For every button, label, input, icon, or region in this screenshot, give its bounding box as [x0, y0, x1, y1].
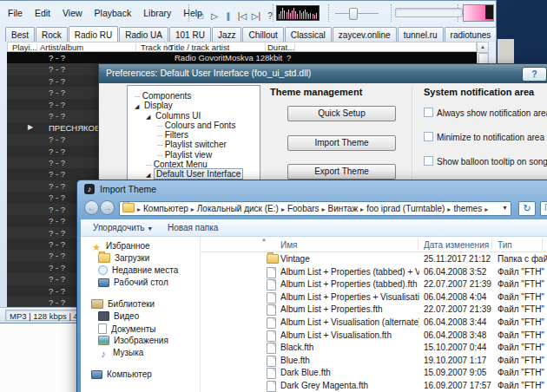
sidebar-item-рабочий-стол[interactable]: Рабочий стол — [98, 278, 168, 287]
file-row[interactable]: Album List + Visualisation (alternate).f… — [201, 317, 547, 330]
row-artist: ? - ? — [49, 274, 65, 284]
file-column-2[interactable]: Тип — [498, 240, 512, 250]
previous-button[interactable]: |◁ — [236, 11, 248, 21]
breadcrumb-segment[interactable]: foo iprad (Turntable) — [366, 204, 445, 213]
play-button[interactable]: ▷ — [208, 11, 221, 21]
file-row[interactable]: Blue.fth19.10.2007 1:17Файл "FTH"1 КБ — [201, 355, 547, 368]
sidebar-item-музыка[interactable]: ♪Музыка — [98, 348, 143, 358]
breadcrumb-segment[interactable]: themes — [453, 204, 482, 213]
checkbox-show-balloon-tooltip-on-song-change[interactable]: Show balloon tooltip on song change — [424, 156, 547, 167]
sidebar-item-видео[interactable]: Видео — [98, 311, 139, 321]
next-button[interactable]: ▷| — [250, 11, 262, 21]
tree-expanded-icon[interactable]: ◢ — [146, 114, 154, 121]
sidebar-group-библиотеки[interactable]: Библиотеки — [91, 299, 155, 309]
forward-button[interactable]: → — [100, 200, 115, 215]
tab-jazz[interactable]: Jazz — [212, 27, 242, 42]
sidebar-item-загрузки[interactable]: Загрузки — [98, 253, 149, 263]
search-input[interactable]: По — [540, 201, 547, 216]
stop-button[interactable]: □ — [194, 11, 207, 21]
seekbar[interactable] — [395, 8, 463, 17]
breadcrumb-dropdown-icon[interactable]: ▼ — [502, 205, 508, 211]
organize-button[interactable]: Упорядочить ▼ — [93, 223, 153, 232]
explorer-toolbar: Упорядочить ▼ Новая папка — [81, 219, 547, 237]
file-row[interactable]: Vintage25.11.2017 21:12Папка с файлами — [201, 253, 547, 266]
tab-rock[interactable]: Rock — [36, 27, 68, 42]
file-row[interactable]: Dark Blue.fth15.09.2007 9:05Файл "FTH"1 … — [201, 367, 547, 380]
file-row[interactable]: Album List + Properties (tabbed).fth22.0… — [201, 278, 547, 291]
playback-order-button[interactable]: ? — [264, 11, 276, 21]
tree-item-display[interactable]: ◢Display — [128, 101, 260, 110]
playlist-column-2[interactable]: Track no — [141, 42, 173, 52]
volume-peak-meter[interactable] — [463, 4, 494, 22]
tab-radio-ru[interactable]: Radio RU — [69, 26, 118, 42]
file-column-0[interactable]: Имя — [280, 240, 297, 250]
playlist-row-stream[interactable]: ? - ?Radio GovoritMoskva 128kbit? — [7, 52, 477, 63]
sidebar-group-избранное[interactable]: ★Избранное — [91, 241, 150, 252]
menu-file[interactable]: File — [2, 1, 29, 18]
back-button[interactable]: ← — [84, 200, 99, 215]
tree-item-components[interactable]: --Components — [128, 91, 260, 101]
file-row[interactable]: Dark Grey Magenta.fth16.09.2007 17:57Фай… — [201, 380, 547, 392]
tab-radio-ua[interactable]: Radio UA — [119, 27, 168, 42]
tree-item-playlist-switcher[interactable]: --Playlist switcher — [128, 140, 260, 149]
playlist-column-4[interactable]: Durat... — [267, 42, 294, 52]
playlist-column-3[interactable]: Title / track artist — [169, 42, 229, 52]
menu-library[interactable]: Library — [137, 1, 177, 18]
tree-expanded-icon[interactable]: ◢ — [146, 172, 154, 179]
file-row[interactable]: Album List + Visualisation.fth06.04.2008… — [201, 330, 547, 343]
volume-slider[interactable] — [333, 8, 380, 18]
breadcrumb-segment[interactable]: Локальный диск (E:) — [197, 204, 279, 213]
pause-button[interactable]: ∥ — [222, 11, 234, 21]
tab-radiotunes[interactable]: radiotunes — [445, 27, 498, 42]
playlist-column-0[interactable]: Playi... — [12, 42, 37, 52]
checkbox-box[interactable] — [424, 108, 433, 117]
preferences-title-bar[interactable]: Preferences: Default User Interface (foo… — [99, 64, 547, 83]
tab-best[interactable]: Best — [5, 27, 35, 42]
tree-item-label: Display — [142, 101, 175, 110]
import-theme-button[interactable]: Import Theme — [287, 135, 396, 151]
file-row[interactable]: Black.fth15.10.2007 0:44Файл "FTH"1 КБ — [201, 342, 547, 355]
tab-classical[interactable]: Classical — [285, 27, 332, 42]
breadcrumb[interactable]: ▸Компьютер▸Локальный диск (E:)▸Foobars▸В… — [119, 201, 511, 216]
tab-tunnel-ru[interactable]: tunnel.ru — [398, 27, 444, 42]
file-column-1[interactable]: Дата изменения — [424, 240, 489, 250]
scroll-up-button[interactable]: ▲ — [478, 42, 488, 53]
tree-item-filters[interactable]: --Filters — [128, 130, 260, 140]
checkbox-minimize-to-notification-area[interactable]: Minimize to notification area — [424, 132, 544, 142]
file-row[interactable]: Album List + Properties.fth22.07.2007 21… — [201, 304, 547, 317]
breadcrumb-segment[interactable]: Foobars — [287, 204, 320, 213]
menu-view[interactable]: View — [56, 1, 89, 18]
checkbox-box[interactable] — [424, 156, 433, 166]
tree-item-default-user-interface[interactable]: ◢Default User Interface — [128, 169, 260, 179]
playlist-column-1[interactable]: Artist/album — [40, 42, 83, 52]
sidebar-item-документы[interactable]: Документы — [98, 323, 156, 334]
quick-setup-button[interactable]: Quick Setup — [287, 106, 396, 121]
tree-item-colours-and-fonts[interactable]: --Colours and Fonts — [128, 121, 260, 130]
export-theme-button[interactable]: Export Theme — [287, 164, 396, 180]
breadcrumb-segment[interactable]: Винтаж — [328, 204, 359, 213]
stream-artist: ? - ? — [49, 53, 65, 62]
volume-slider-knob[interactable] — [349, 8, 358, 20]
menu-edit[interactable]: Edit — [29, 1, 56, 18]
sort-ascending-icon: ▲ — [261, 237, 267, 242]
checkbox-box[interactable] — [424, 132, 433, 141]
menu-playback[interactable]: Playback — [89, 1, 138, 18]
file-row[interactable]: Album List + Properties (tabbed) + Visua… — [201, 266, 547, 279]
tree-item-playlist-view[interactable]: --Playlist view — [128, 150, 260, 160]
tree-expanded-icon[interactable]: ◢ — [135, 103, 142, 110]
sidebar-item-изображения[interactable]: Изображения — [98, 336, 168, 345]
tab-zaycev-online[interactable]: zaycev.online — [333, 27, 397, 42]
tab-chillout[interactable]: Chillout — [242, 27, 283, 42]
tree-item-columns-ui[interactable]: ◢Columns UI — [128, 111, 260, 121]
new-folder-button[interactable]: Новая папка — [168, 223, 218, 232]
file-row[interactable]: Album List + Properties + Visualisations… — [201, 291, 547, 304]
import-title-bar[interactable]: ♪ Import Theme — [77, 180, 547, 199]
sidebar-group-компьютер[interactable]: Компьютер — [91, 369, 152, 379]
checkbox-always-show-notification-area-icon[interactable]: Always show notification area icon — [424, 108, 547, 118]
refresh-button[interactable]: ↻ — [518, 201, 536, 216]
help-button[interactable]: ? — [522, 67, 547, 82]
sidebar-item-недавние-места[interactable]: Недавние места — [98, 265, 178, 275]
tab-101-ru[interactable]: 101 RU — [169, 27, 211, 42]
file-name: Album List + Visualisation (alternate).f… — [280, 317, 419, 327]
breadcrumb-segment[interactable]: Компьютер — [143, 204, 188, 213]
